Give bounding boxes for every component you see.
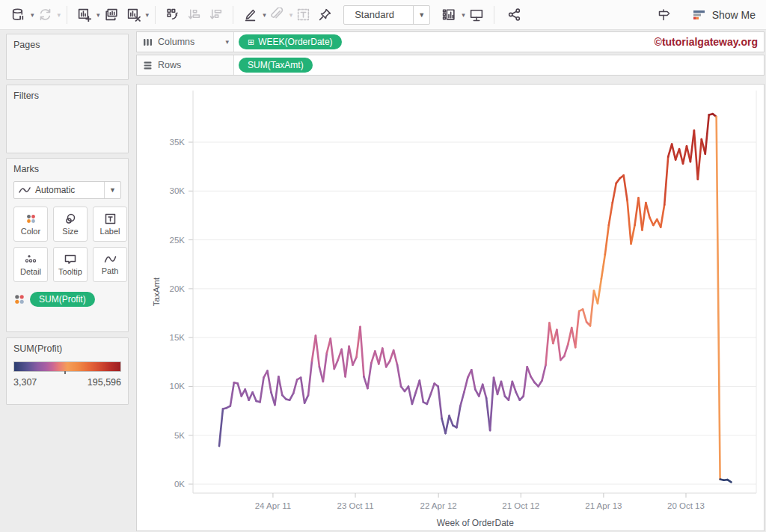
profit-pill[interactable]: SUM(Profit) xyxy=(30,292,95,307)
refresh-button[interactable] xyxy=(36,4,55,26)
rows-shelf-header[interactable]: Rows xyxy=(137,55,234,75)
size-button[interactable]: Size xyxy=(53,207,88,242)
chevron-down-icon[interactable]: ▼ xyxy=(104,182,120,198)
sort-descending-icon xyxy=(209,7,223,22)
signpost-icon xyxy=(656,7,672,22)
columns-label: Columns xyxy=(158,37,218,47)
clear-sheet-button[interactable] xyxy=(124,4,143,26)
clear-sheet-caret[interactable]: ▾ xyxy=(146,11,150,19)
pages-label: Pages xyxy=(13,40,121,50)
sidebar: Pages Filters Marks Automatic ▼ Color xyxy=(0,30,135,532)
pause-updates-caret[interactable]: ▾ xyxy=(31,11,34,19)
rows-shelf: Rows SUM(TaxAmt) xyxy=(136,55,765,76)
show-hide-cards-button[interactable] xyxy=(439,4,459,26)
worksheet-area: Columns ▾ ⊞ WEEK(OrderDate) ©tutorialgat… xyxy=(135,30,766,532)
detail-button[interactable]: Detail xyxy=(13,247,48,282)
signpost-button[interactable] xyxy=(654,4,674,26)
share-icon xyxy=(507,7,521,22)
show-me-button[interactable]: Show Me xyxy=(692,8,756,22)
tooltip-button-label: Tooltip xyxy=(58,267,82,276)
sort-ascending-button[interactable] xyxy=(185,4,203,26)
label-button[interactable]: Label xyxy=(93,207,127,242)
swap-rows-columns-icon xyxy=(165,7,180,22)
show-me-label: Show Me xyxy=(712,9,756,21)
toolbar-divider xyxy=(67,6,67,24)
color-button[interactable]: Color xyxy=(13,207,48,242)
svg-text:21 Oct 12: 21 Oct 12 xyxy=(502,501,539,510)
fit-selector[interactable]: Standard ▼ xyxy=(343,5,430,25)
watermark: ©tutorialgateway.org xyxy=(655,36,758,48)
mark-type-dropdown[interactable]: Automatic ▼ xyxy=(13,181,121,199)
fix-axes-button[interactable] xyxy=(316,4,334,26)
columns-shelf-header[interactable]: Columns ▾ xyxy=(137,32,234,52)
line-mark-icon xyxy=(19,186,31,195)
refresh-caret[interactable]: ▾ xyxy=(58,11,61,19)
chevron-down-icon[interactable]: ▼ xyxy=(413,6,429,24)
color-legend-card: SUM(Profit) 3,307 195,596 xyxy=(6,337,129,405)
pause-updates-button[interactable] xyxy=(9,4,28,26)
duplicate-sheet-button[interactable] xyxy=(102,4,121,26)
week-orderdate-pill-label: WEEK(OrderDate) xyxy=(258,37,332,47)
filters-shelf[interactable]: Filters xyxy=(6,85,129,153)
path-button[interactable]: Path xyxy=(93,247,127,282)
color-dots-icon xyxy=(25,213,37,224)
color-gradient-bar[interactable] xyxy=(13,361,121,372)
show-mark-labels-icon xyxy=(296,7,310,22)
size-button-label: Size xyxy=(62,227,78,236)
show-mark-labels-button[interactable] xyxy=(294,4,313,26)
size-icon xyxy=(64,213,76,224)
highlight-icon xyxy=(243,7,257,22)
svg-text:25K: 25K xyxy=(170,236,186,245)
share-button[interactable] xyxy=(505,4,524,26)
sort-descending-button[interactable] xyxy=(206,4,225,26)
svg-text:24 Apr 11: 24 Apr 11 xyxy=(255,501,291,510)
tooltip-icon xyxy=(64,254,76,265)
fit-selector-value: Standard xyxy=(344,9,413,20)
week-orderdate-pill[interactable]: ⊞ WEEK(OrderDate) xyxy=(239,34,342,49)
presentation-mode-button[interactable] xyxy=(467,4,486,26)
color-button-label: Color xyxy=(21,227,40,236)
svg-text:20 Oct 13: 20 Oct 13 xyxy=(667,501,705,510)
path-icon xyxy=(104,254,117,264)
show-hide-cards-caret[interactable]: ▾ xyxy=(462,11,465,19)
rows-shelf-body[interactable]: SUM(TaxAmt) xyxy=(234,55,764,75)
marks-buttons: Color Size Label xyxy=(13,207,121,282)
marks-card: Marks Automatic ▼ Color Size xyxy=(6,158,129,332)
columns-shelf-body[interactable]: ⊞ WEEK(OrderDate) ©tutorialgateway.org xyxy=(234,32,764,52)
tooltip-button[interactable]: Tooltip xyxy=(53,247,88,282)
path-button-label: Path xyxy=(102,266,119,275)
fix-axes-icon xyxy=(318,7,332,22)
svg-text:30K: 30K xyxy=(170,186,186,195)
rows-icon xyxy=(143,61,153,70)
detail-icon xyxy=(25,254,37,265)
new-worksheet-caret[interactable]: ▾ xyxy=(96,11,100,19)
swap-rows-columns-button[interactable] xyxy=(163,4,182,26)
sum-taxamt-pill-label: SUM(TaxAmt) xyxy=(248,60,304,70)
legend-max: 195,596 xyxy=(88,377,121,388)
toolbar-divider xyxy=(155,6,156,24)
columns-icon xyxy=(143,37,153,47)
sort-ascending-icon xyxy=(187,7,201,22)
text-label-icon xyxy=(105,213,116,224)
date-expand-icon: ⊞ xyxy=(248,38,254,46)
profit-pill-label: SUM(Profit) xyxy=(39,294,86,305)
highlight-button[interactable] xyxy=(241,4,260,26)
highlight-caret[interactable]: ▾ xyxy=(263,11,266,19)
svg-text:10K: 10K xyxy=(170,382,186,391)
clear-sheet-icon xyxy=(126,7,141,22)
marks-pill-row: SUM(Profit) xyxy=(13,292,121,307)
mark-type-value: Automatic xyxy=(31,185,104,195)
svg-text:TaxAmt: TaxAmt xyxy=(152,277,161,306)
new-worksheet-button[interactable] xyxy=(75,4,94,26)
group-members-caret[interactable]: ▾ xyxy=(289,11,293,19)
pages-shelf[interactable]: Pages xyxy=(6,34,129,80)
line-chart[interactable]: 0K5K10K15K20K25K30K35K24 Apr 1123 Oct 11… xyxy=(137,85,765,531)
show-me-icon xyxy=(692,8,707,22)
detail-button-label: Detail xyxy=(20,267,41,276)
presentation-mode-icon xyxy=(469,7,484,22)
legend-min: 3,307 xyxy=(13,377,37,388)
columns-caret[interactable]: ▾ xyxy=(225,38,229,46)
group-members-button[interactable] xyxy=(268,4,287,26)
sum-taxamt-pill[interactable]: SUM(TaxAmt) xyxy=(239,58,313,73)
svg-text:20K: 20K xyxy=(170,284,186,293)
